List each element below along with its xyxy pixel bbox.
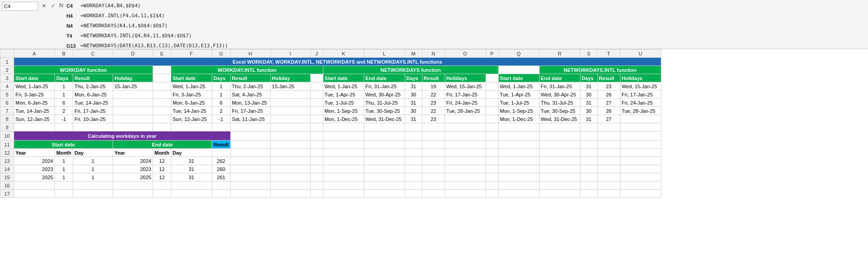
cell-r17-c4[interactable] <box>113 190 153 198</box>
cell-r8-c17[interactable]: Mon, 1-Dec-25 <box>498 115 539 123</box>
cell-r7-c21[interactable]: Tue, 28-Jan-25 <box>620 107 661 115</box>
cell-r5-c5[interactable] <box>153 91 171 99</box>
cancel-icon[interactable]: ✕ <box>40 2 48 10</box>
cell-r16-c21[interactable] <box>620 181 661 190</box>
cell-r9-c19[interactable] <box>580 123 597 131</box>
confirm-icon[interactable]: ✓ <box>49 2 57 10</box>
cell-r5-c12[interactable]: Wed, 30-Apr-25 <box>364 91 405 99</box>
cell-ref-input[interactable] <box>2 2 38 11</box>
cell-r5-c6[interactable]: Fri, 3-Jan-25 <box>171 91 212 99</box>
cell-r17-c16[interactable] <box>486 190 498 198</box>
cell-r17-c14[interactable] <box>422 190 445 198</box>
cell-r5-c3[interactable]: Mon, 6-Jan-25 <box>73 91 113 99</box>
cell-r3-c19[interactable]: Days <box>580 74 597 82</box>
cell-r11-c12[interactable] <box>364 141 405 149</box>
cell-r3-c2[interactable]: Days <box>55 74 73 82</box>
cell-r8-c4[interactable] <box>113 115 153 123</box>
cell-r17-c21[interactable] <box>620 190 661 198</box>
cell-r10-c17[interactable] <box>498 131 539 141</box>
cell-r9-c3[interactable] <box>73 123 113 131</box>
cell-r6-c3[interactable]: Tue, 14-Jan-25 <box>73 99 113 107</box>
cell-r3-c1[interactable]: Start date <box>14 74 55 82</box>
cell-r10-c9[interactable] <box>270 131 310 141</box>
cell-r17-c17[interactable] <box>498 190 539 198</box>
cell-r11-c19[interactable] <box>580 141 597 149</box>
cell-r3-c3[interactable]: Result <box>73 74 113 82</box>
cell-r7-c2[interactable]: 2 <box>55 107 73 115</box>
cell-r10-c20[interactable] <box>597 131 620 141</box>
cell-r11-c9[interactable] <box>270 141 310 149</box>
cell-r4-c8[interactable]: Thu, 2-Jan-25 <box>230 82 270 91</box>
cell-r8-c21[interactable] <box>620 115 661 123</box>
cell-r13-c2[interactable]: 1 <box>55 157 73 165</box>
cell-r15-c18[interactable] <box>539 173 580 181</box>
col-header-b[interactable]: B <box>55 50 73 58</box>
cell-r9-c12[interactable] <box>364 123 405 131</box>
cell-r13-c12[interactable] <box>364 157 405 165</box>
cell-r6-c21[interactable]: Fri, 24-Jan-25 <box>620 99 661 107</box>
cell-r7-c12[interactable]: Tue, 30-Sep-25 <box>364 107 405 115</box>
cell-r12-c11[interactable] <box>323 149 364 157</box>
cell-r16-c9[interactable] <box>270 181 310 190</box>
cell-r4-c15[interactable]: Wed, 15-Jan-25 <box>445 82 486 91</box>
cell-r10-c21[interactable] <box>620 131 661 141</box>
cell-r10-c15[interactable] <box>445 131 486 141</box>
cell-r14-c8[interactable] <box>230 165 270 173</box>
cell-r12-c20[interactable] <box>597 149 620 157</box>
cell-r3-c10[interactable] <box>310 74 323 82</box>
cell-r6-c15[interactable]: Fri, 24-Jan-25 <box>445 99 486 107</box>
cell-r12-c8[interactable] <box>230 149 270 157</box>
cell-r3-c14[interactable]: Result <box>422 74 445 82</box>
cell-r6-c17[interactable]: Tue, 1-Jul-25 <box>498 99 539 107</box>
cell-r7-c6[interactable]: Tue, 14-Jan-25 <box>171 107 212 115</box>
cell-r16-c6[interactable] <box>171 181 212 190</box>
cell-r6-c5[interactable] <box>153 99 171 107</box>
cell-r9-c7[interactable] <box>212 123 230 131</box>
cell-r3-c12[interactable]: End date <box>364 74 405 82</box>
cell-r13-c15[interactable] <box>445 157 486 165</box>
cell-r12-c3[interactable]: Day <box>73 149 113 157</box>
col-header-o[interactable]: O <box>445 50 486 58</box>
cell-r12-c10[interactable] <box>310 149 323 157</box>
cell-r15-c6[interactable]: 31 <box>171 173 212 181</box>
cell-r15-c5[interactable]: 12 <box>153 173 171 181</box>
cell-r13-c13[interactable] <box>405 157 422 165</box>
cell-r9-c8[interactable] <box>230 123 270 131</box>
cell-r13-c8[interactable] <box>230 157 270 165</box>
cell-r5-c2[interactable]: 1 <box>55 91 73 99</box>
cell-r6-c4[interactable] <box>113 99 153 107</box>
cell-r11-c15[interactable] <box>445 141 486 149</box>
cell-r3-c5[interactable] <box>153 74 171 82</box>
cell-r17-c8[interactable] <box>230 190 270 198</box>
cell-r17-c6[interactable] <box>171 190 212 198</box>
col-header-t[interactable]: T <box>597 50 620 58</box>
cell-r3-c18[interactable]: End date <box>539 74 580 82</box>
cell-r8-c1[interactable]: Sun, 12-Jan-25 <box>14 115 55 123</box>
cell-r12-c4[interactable]: Year <box>113 149 153 157</box>
cell-r13-c19[interactable] <box>580 157 597 165</box>
cell-r11-c13[interactable] <box>405 141 422 149</box>
cell-r5-c21[interactable]: Fri, 17-Jan-25 <box>620 91 661 99</box>
cell-r16-c18[interactable] <box>539 181 580 190</box>
cell-r7-c4[interactable] <box>113 107 153 115</box>
cell-r7-c16[interactable] <box>486 107 498 115</box>
cell-r8-c7[interactable]: -1 <box>212 115 230 123</box>
cell-r14-c10[interactable] <box>310 165 323 173</box>
cell-r16-c11[interactable] <box>323 181 364 190</box>
cell-r17-c19[interactable] <box>580 190 597 198</box>
cell-r3-c17[interactable]: Start date <box>498 74 539 82</box>
cell-r10-c12[interactable] <box>364 131 405 141</box>
cell-r14-c9[interactable] <box>270 165 310 173</box>
cell-r4-c20[interactable]: 23 <box>597 82 620 91</box>
cell-r13-c16[interactable] <box>486 157 498 165</box>
cell-r7-c7[interactable]: 2 <box>212 107 230 115</box>
cell-r7-c13[interactable]: 30 <box>405 107 422 115</box>
cell-r12-c21[interactable] <box>620 149 661 157</box>
cell-r15-c8[interactable] <box>230 173 270 181</box>
cell-r8-c6[interactable]: Sun, 12-Jan-25 <box>171 115 212 123</box>
cell-r17-c12[interactable] <box>364 190 405 198</box>
cell-r3-c20[interactable]: Result <box>597 74 620 82</box>
cell-r11-c10[interactable] <box>310 141 323 149</box>
cell-r16-c13[interactable] <box>405 181 422 190</box>
cell-r3-c8[interactable]: Result <box>230 74 270 82</box>
